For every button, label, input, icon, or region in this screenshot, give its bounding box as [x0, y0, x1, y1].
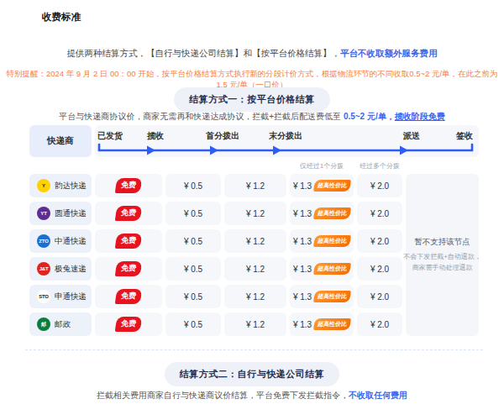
china-post-logo-icon: 邮 — [37, 318, 50, 331]
fee-cell-pickup: ¥ 0.5 — [165, 229, 221, 253]
method2-badge-row: 结算方式二：自行与快递公司结算 — [0, 362, 504, 386]
fee-cell-last-sort-single: ¥ 1.3 超高性价比 — [290, 174, 354, 197]
fee-cell-last-sort-multi: ¥ 2.0 — [357, 312, 402, 336]
fee-value: ¥ 1.3 — [293, 292, 312, 302]
free-badge: 免费 — [115, 234, 143, 249]
method2-desc: 拦截相关费用商家自行与快递商议价结算，平台免费下发拦截指令，不收取任何费用 — [0, 390, 504, 402]
fee-cell-shipped: 免费 — [95, 257, 162, 281]
fee-cell-last-sort-single: ¥ 1.3 超高性价比 — [290, 202, 354, 225]
method1-price: 0.5~2 元/单 — [344, 112, 386, 121]
sublabel-multi-sort: 经过多个分拨 — [357, 161, 402, 170]
table-row-courier-yto: YT 圆通快递 — [29, 202, 92, 225]
fee-cell-pickup: ¥ 0.5 — [165, 174, 221, 197]
fee-table: 快递商 已发货 揽收 首分拨出 末分拨出 派送 签收 仅经过1个分拨 经过多个分… — [29, 125, 479, 336]
fee-value: ¥ 1.3 — [293, 181, 312, 191]
fee-value: ¥ 1.3 — [293, 237, 312, 246]
method1-badge-row: 结算方式一：按平台价格结算 — [0, 87, 504, 112]
table-row-courier-jt: J&T 极兔速递 — [29, 257, 92, 281]
fee-cell-shipped: 免费 — [95, 202, 162, 225]
method1-desc-text: 平台与快递商协议价，商家无需再和快递达成协议，拦截+拦截后配送费低至 — [59, 112, 344, 121]
stage-label-pickup: 揽收 — [147, 130, 164, 142]
method2-highlight: 不收取任何费用 — [349, 391, 407, 400]
dashed-divider — [25, 349, 483, 350]
courier-column-header: 快递商 — [29, 125, 92, 157]
method1-desc: 平台与快递商协议价，商家无需再和快递达成协议，拦截+拦截后配送费低至 0.5~2… — [0, 111, 504, 123]
note-title: 暂不支持该节点 — [414, 237, 470, 248]
intro-text: 提供两种结算方式，【自行与快递公司结算】和【按平台价格结算】， — [67, 48, 341, 58]
yto-logo-icon: YT — [37, 207, 50, 220]
fee-value: ¥ 1.3 — [293, 320, 312, 329]
courier-name: 中通快递 — [55, 236, 87, 247]
unsupported-node-note: 暂不支持该节点 不会下发拦截+自动退款， 商家需手动处理退款 — [406, 174, 479, 336]
value-tag: 超高性价比 — [313, 263, 351, 275]
sto-logo-icon: STO — [37, 290, 50, 303]
value-tag: 超高性价比 — [313, 235, 351, 247]
fee-cell-first-sort: ¥ 1.2 — [224, 257, 286, 281]
method1-free-link[interactable]: 揽收阶段免费 — [395, 112, 445, 121]
stage-label-shipped: 已发货 — [97, 130, 123, 142]
table-row-courier-zto: ZTO 中通快递 — [29, 229, 92, 253]
fee-cell-pickup: ¥ 0.5 — [165, 257, 221, 281]
fee-cell-first-sort: ¥ 1.2 — [224, 285, 286, 308]
timeline-arrow — [95, 142, 479, 155]
value-tag: 超高性价比 — [313, 318, 351, 330]
note-line1: 不会下发拦截+自动退款， — [403, 252, 481, 262]
fee-value: ¥ 1.3 — [293, 209, 312, 218]
fee-cell-shipped: 免费 — [95, 229, 162, 253]
note-line2: 商家需手动处理退款 — [412, 263, 473, 273]
zto-logo-icon: ZTO — [37, 234, 50, 248]
page-title: 收费标准 — [42, 11, 81, 24]
free-badge: 免费 — [115, 317, 143, 332]
fee-cell-first-sort: ¥ 1.2 — [224, 229, 286, 253]
fee-cell-first-sort: ¥ 1.2 — [224, 202, 286, 225]
fee-cell-shipped: 免费 — [95, 174, 162, 197]
free-badge: 免费 — [115, 178, 143, 193]
method1-badge: 结算方式一：按平台价格结算 — [174, 87, 330, 112]
fee-cell-shipped: 免费 — [95, 285, 162, 308]
fee-cell-last-sort-multi: ¥ 2.0 — [357, 257, 402, 281]
stage-label-delivery: 派送 — [403, 130, 420, 142]
table-row-courier-sto: STO 申通快递 — [29, 285, 92, 308]
free-badge: 免费 — [115, 289, 143, 304]
fee-cell-last-sort-multi: ¥ 2.0 — [357, 285, 402, 308]
fee-cell-last-sort-single: ¥ 1.3 超高性价比 — [290, 285, 354, 308]
courier-name: 申通快递 — [55, 291, 87, 302]
table-row-courier-postal: 邮 邮政 — [29, 312, 92, 336]
method2-desc-text: 拦截相关费用商家自行与快递商议价结算，平台免费下发拦截指令， — [97, 391, 349, 400]
fee-cell-last-sort-multi: ¥ 2.0 — [357, 202, 402, 225]
intro-line: 提供两种结算方式，【自行与快递公司结算】和【按平台价格结算】，平台不收取额外服务… — [0, 48, 504, 60]
fee-cell-pickup: ¥ 0.5 — [165, 202, 221, 225]
table-row-courier-yunda: Y 韵达快递 — [29, 174, 92, 197]
sublabel-single-sort: 仅经过1个分拨 — [290, 161, 354, 170]
fee-cell-shipped: 免费 — [95, 312, 162, 336]
fee-cell-first-sort: ¥ 1.2 — [224, 312, 286, 336]
jt-logo-icon: J&T — [37, 262, 50, 276]
timeline-header: 已发货 揽收 首分拨出 末分拨出 派送 签收 — [95, 125, 479, 157]
fee-cell-last-sort-multi: ¥ 2.0 — [357, 229, 402, 253]
courier-name: 邮政 — [55, 319, 71, 330]
fee-cell-last-sort-single: ¥ 1.3 超高性价比 — [290, 257, 354, 281]
free-badge: 免费 — [115, 261, 143, 276]
fee-standards-page: 收费标准 提供两种结算方式，【自行与快递公司结算】和【按平台价格结算】，平台不收… — [0, 0, 504, 420]
courier-name: 韵达快递 — [55, 181, 87, 192]
stage-label-last-sort: 末分拨出 — [269, 130, 302, 142]
fee-cell-last-sort-multi: ¥ 2.0 — [357, 174, 402, 197]
value-tag: 超高性价比 — [313, 180, 351, 192]
courier-name: 圆通快递 — [55, 208, 87, 219]
value-tag: 超高性价比 — [313, 207, 351, 219]
stage-label-first-sort: 首分拨出 — [206, 130, 239, 142]
fee-cell-last-sort-single: ¥ 1.3 超高性价比 — [290, 229, 354, 253]
fee-cell-first-sort: ¥ 1.2 — [224, 174, 286, 197]
fee-cell-pickup: ¥ 0.5 — [165, 285, 221, 308]
free-badge: 免费 — [115, 206, 143, 221]
method1-sep: ， — [386, 112, 395, 121]
fee-cell-pickup: ¥ 0.5 — [165, 312, 221, 336]
fee-value: ¥ 1.3 — [293, 265, 312, 274]
yunda-logo-icon: Y — [37, 179, 50, 192]
value-tag: 超高性价比 — [313, 291, 351, 302]
fee-cell-last-sort-single: ¥ 1.3 超高性价比 — [290, 312, 354, 336]
stage-label-signed: 签收 — [456, 130, 473, 142]
courier-name: 极兔速递 — [55, 264, 87, 275]
method2-badge: 结算方式二：自行与快递公司结算 — [165, 362, 340, 386]
intro-highlight: 平台不收取额外服务费用 — [340, 48, 438, 58]
